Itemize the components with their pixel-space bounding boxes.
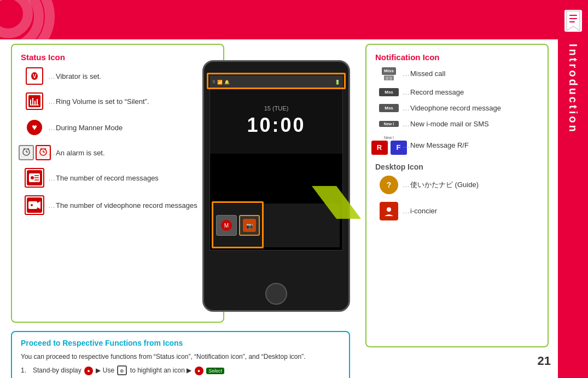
- vibrator-icon-cell: V: [21, 67, 48, 85]
- vibrator-icon: V: [26, 67, 43, 85]
- new-message-rf-icon-cell: New I R F: [375, 136, 403, 155]
- status-icon-title: Status Icon: [21, 53, 214, 62]
- svg-text:M: M: [224, 223, 229, 229]
- main-content: Status Icon V … Vibrator is set. …: [11, 44, 555, 367]
- list-item: … The number of record messages: [21, 168, 214, 188]
- svg-text:V: V: [33, 73, 37, 79]
- svg-point-28: [31, 204, 33, 206]
- record-count-icon: [25, 168, 44, 188]
- proceed-body-text: You can proceed to respective functions …: [21, 352, 340, 362]
- zoom-arrow: [312, 186, 361, 219]
- wave-3: [0, 0, 55, 39]
- list-item: New I R F … New Message R/F: [375, 136, 539, 155]
- list-item: … Ring Volume is set to “Silent”.: [21, 92, 214, 110]
- proceed-steps: 1. Stand-by display ● ▶ Use ⊕ to highlig…: [21, 365, 340, 376]
- alarm-label: … An alarm is set.: [48, 149, 105, 157]
- svg-marker-33: [312, 186, 361, 219]
- record-message-icon: Mss: [379, 88, 399, 96]
- missed-call-icon-cell: Miss ((·)): [375, 67, 403, 80]
- alarm-icon-cell: [21, 145, 48, 160]
- circle-button-1: ●: [84, 367, 93, 375]
- notification-icon-box: Notification Icon Miss ((·)) … Missed ca…: [365, 44, 549, 347]
- guide-icon: ?: [380, 176, 398, 194]
- videophone-icon-cell: [21, 195, 48, 215]
- list-item: … i-concier: [375, 202, 539, 220]
- guide-icon-cell: ?: [375, 176, 403, 194]
- phone-mockup: ⠿ 📶 🔔 🔋 15 (TUE) 10:00 M: [202, 60, 364, 323]
- phone-time: 10:00: [247, 114, 305, 137]
- ring-volume-icon: [26, 92, 43, 110]
- videophone-record-msg-icon-cell: Mss: [375, 104, 403, 112]
- ring-volume-icon-cell: [21, 92, 48, 110]
- iconcier-icon: [380, 202, 398, 220]
- iconcier-icon-cell: [375, 202, 403, 220]
- videophone-record-msg-label: … Videophone record message: [403, 104, 501, 112]
- manner-mode-icon-cell: ♥: [21, 118, 48, 137]
- record-count-label: … The number of record messages: [48, 174, 159, 182]
- new-message-rf-icon: New I R F: [371, 136, 407, 155]
- list-item: Mss … Videophone record message: [375, 104, 539, 112]
- phone-date: 15 (TUE): [264, 105, 289, 112]
- videophone-record-label: … The number of videophone record messag…: [48, 201, 197, 210]
- phone-screen: ⠿ 📶 🔔 🔋 15 (TUE) 10:00 M: [209, 75, 343, 251]
- top-bar-decoration: [0, 0, 66, 39]
- record-message-label: … Record message: [403, 88, 464, 96]
- circle-button-2: ●: [195, 367, 203, 375]
- videophone-record-icon: [25, 195, 44, 215]
- phone-statusbar: ⠿ 📶 🔔 🔋: [210, 76, 342, 88]
- select-badge: Select: [206, 368, 224, 374]
- bookmark-icon: [564, 10, 582, 32]
- new-mail-icon: New I: [379, 121, 399, 127]
- phone-icon-1: M: [216, 215, 237, 236]
- svg-text:♥: ♥: [32, 123, 37, 132]
- new-mail-icon-cell: New I: [375, 121, 403, 127]
- r-icon: R: [371, 141, 388, 155]
- list-item: ? … 使いかたナビ (Guide): [375, 176, 539, 194]
- list-item: New I … New i-mode mail or SMS: [375, 120, 539, 128]
- svg-point-34: [387, 207, 391, 212]
- videophone-record-msg-icon: Mss: [379, 104, 399, 112]
- new-mail-label: … New i-mode mail or SMS: [403, 120, 489, 128]
- alarm-icon-pair: [19, 145, 51, 160]
- list-item: V … Vibrator is set.: [21, 67, 214, 85]
- list-item: … An alarm is set.: [21, 145, 214, 160]
- ring-volume-label: … Ring Volume is set to “Silent”.: [48, 97, 149, 106]
- guide-label: … 使いかたナビ (Guide): [403, 180, 479, 190]
- iconcier-label: … i-concier: [403, 207, 437, 215]
- phone-time-area: 15 (TUE) 10:00: [210, 88, 342, 154]
- alarm-icon-1: [19, 145, 34, 160]
- vibrator-label: … Vibrator is set.: [48, 72, 101, 80]
- new-message-rf-label: … New Message R/F: [403, 141, 469, 149]
- list-item: Miss ((·)) … Missed call: [375, 67, 539, 80]
- proceed-box: Proceed to Respective Functions from Ico…: [11, 331, 350, 378]
- notification-icon-title: Notification Icon: [375, 53, 539, 62]
- list-item: Mss … Record message: [375, 88, 539, 96]
- manner-mode-icon: ♥: [25, 118, 44, 137]
- status-icon-box: Status Icon V … Vibrator is set. …: [11, 44, 224, 323]
- top-bar: [0, 0, 588, 39]
- svg-text:📷: 📷: [246, 222, 253, 229]
- manner-mode-label: … During Manner Mode: [48, 124, 123, 132]
- direction-button: ⊕: [117, 365, 127, 375]
- desktop-icon-title: Desktop Icon: [375, 162, 539, 171]
- list-item: ♥ … During Manner Mode: [21, 118, 214, 137]
- section-label: Introduction: [567, 44, 579, 134]
- missed-call-label: … Missed call: [403, 69, 445, 78]
- missed-call-icon: Miss ((·)): [382, 67, 396, 80]
- record-count-icon-cell: [21, 168, 48, 188]
- record-message-icon-cell: Mss: [375, 88, 403, 96]
- svg-point-21: [31, 176, 34, 179]
- phone-home-button: [265, 283, 287, 305]
- list-item: … The number of videophone record messag…: [21, 195, 214, 215]
- proceed-title: Proceed to Respective Functions from Ico…: [21, 339, 340, 347]
- right-tab: Introduction: [558, 0, 588, 378]
- phone-icon-2: 📷: [239, 215, 260, 236]
